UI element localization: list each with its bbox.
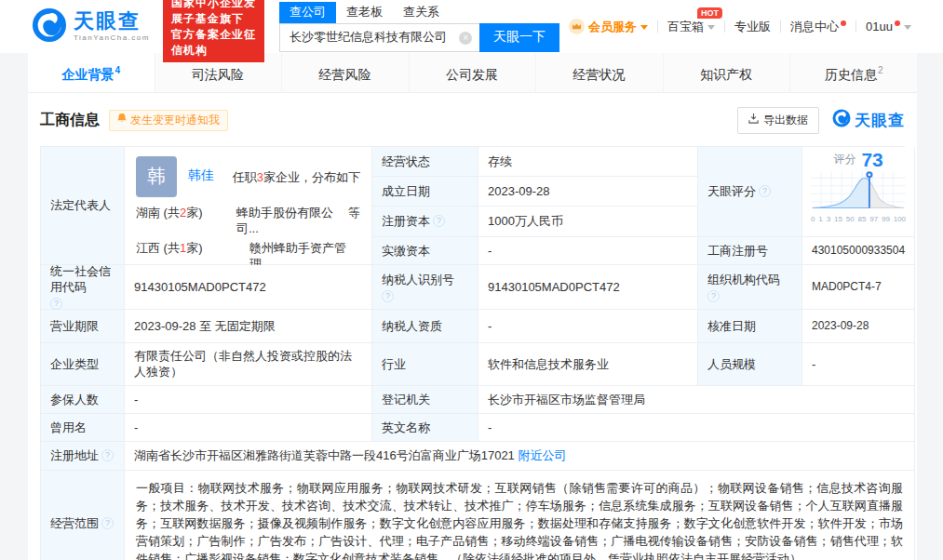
former-name-label: 曾用名 [41, 414, 125, 442]
menu-vip-services[interactable]: 会员服务 [559, 19, 657, 35]
tianyan-score-cell[interactable]: 评分 73 [802, 147, 915, 237]
approval-date-label: 核准日期 [698, 310, 802, 343]
caret-down-icon [707, 25, 715, 30]
paid-capital-label: 实缴资本 [372, 237, 478, 265]
menu-toolbox[interactable]: 百宝箱 HOT [658, 19, 724, 35]
tab-operation-risk[interactable]: 经营风险 [282, 53, 410, 92]
insured-count-value: - [125, 386, 372, 414]
staff-size-label: 人员规模 [698, 343, 802, 386]
status-value: 存续 [478, 147, 698, 177]
tab-operation-status[interactable]: 经营状况 [536, 53, 664, 92]
insured-count-label: 参保人数 [41, 386, 125, 414]
reg-capital-label: 注册资本? [372, 207, 478, 237]
credit-code-value: 91430105MAD0PCT472 [125, 265, 372, 310]
page: 天眼查 TianYanCha.com 国家中小企业发展子基金旗下 官方备案企业征… [0, 0, 943, 560]
tianyancha-logo-icon [32, 7, 67, 47]
section-header: 工商信息 发生变更时通知我 导出数据 天眼查 [28, 93, 917, 144]
reg-number-value: 430105000933504 [802, 237, 915, 265]
caret-down-icon [904, 25, 911, 30]
tab-intellectual-property[interactable]: 知识产权 [664, 53, 791, 92]
company-type-label: 企业类型 [41, 343, 125, 386]
search-tabs: 查公司 查老板 查关系 [279, 2, 559, 23]
biz-term-value: 2023-09-28 至 无固定期限 [125, 310, 372, 343]
region-company[interactable]: 蜂助手股份有限公司... [236, 205, 335, 236]
export-data-button[interactable]: 导出数据 [737, 107, 819, 134]
est-date-label: 成立日期 [372, 177, 478, 207]
company-type-value: 有限责任公司（非自然人投资或控股的法人独资） [125, 343, 372, 386]
top-menu: 会员服务 百宝箱 HOT 专业版 消息中心 01uu [559, 19, 921, 35]
score-distribution-chart [811, 168, 906, 211]
section-title: 工商信息 [40, 111, 100, 130]
score-axis-ticks: 0131550859799100 [811, 211, 906, 227]
download-icon [748, 113, 759, 127]
taxpayer-id-label: 纳税人识别号? [372, 265, 478, 310]
notification-dot [895, 20, 900, 26]
clear-icon[interactable]: × [459, 32, 472, 45]
search-tab-boss[interactable]: 查老板 [336, 2, 393, 23]
est-date-value: 2023-09-28 [478, 177, 698, 207]
search-input[interactable] [279, 23, 479, 52]
logo-domain: TianYanCha.com [74, 34, 150, 42]
reg-address-value: 湖南省长沙市开福区湘雅路街道芙蓉中路一段416号泊富商业广场17021 附近公司 [125, 442, 915, 471]
search-tab-company[interactable]: 查公司 [279, 2, 336, 23]
industry-value: 软件和信息技术服务业 [478, 343, 698, 386]
logo-text: 天眼查 [74, 11, 150, 32]
menu-pro-version[interactable]: 专业版 [725, 19, 780, 35]
score-caption: 评分 [833, 152, 855, 167]
english-name-value: - [478, 414, 915, 442]
tianyancha-logo-icon [832, 109, 851, 131]
business-scope-value: 一般项目：物联网技术服务；物联网应用服务；物联网技术研发；互联网销售（除销售需要… [125, 471, 915, 560]
menu-user-account[interactable]: 01uu [856, 20, 921, 33]
search-area: 查公司 查老板 查关系 × 天眼一下 [279, 2, 559, 52]
reg-authority-label: 登记机关 [372, 386, 478, 414]
reg-authority-value: 长沙市开福区市场监督管理局 [478, 386, 915, 414]
credit-code-label: 统一社会信用代码? [41, 265, 125, 310]
legal-rep-cell: 韩 韩佳 任职3家企业，分布如下 湖南 (共2家) 蜂助手股份有限公司... 等… [125, 147, 372, 265]
legal-rep-label: 法定代表人 [41, 147, 125, 265]
tab-judicial-risk[interactable]: 司法风险 [155, 53, 283, 92]
hot-badge: HOT [697, 7, 722, 19]
help-icon[interactable]: ? [101, 517, 114, 529]
reg-number-label: 工商注册号 [698, 237, 802, 265]
help-icon[interactable]: ? [707, 290, 720, 302]
legal-rep-name-link[interactable]: 韩佳 [188, 167, 214, 183]
industry-label: 行业 [372, 343, 478, 386]
score-value: 73 [861, 152, 882, 167]
help-icon[interactable]: ? [433, 215, 445, 227]
top-bar: 天眼查 TianYanCha.com 国家中小企业发展子基金旗下 官方备案企业征… [0, 0, 943, 53]
tianyan-score-label: 天眼评分? [698, 147, 802, 237]
org-code-label: 组织机构代码? [698, 265, 802, 310]
search-tab-relation[interactable]: 查关系 [393, 2, 450, 23]
help-icon[interactable]: ? [50, 298, 62, 310]
tab-company-development[interactable]: 公司发展 [410, 53, 537, 92]
org-code-value: MAD0PCT4-7 [802, 265, 915, 310]
tab-history-info[interactable]: 历史信息2 [790, 53, 917, 92]
help-icon[interactable]: ? [759, 185, 771, 197]
taxpayer-quality-label: 纳税人资质 [372, 310, 478, 343]
search-button[interactable]: 天眼一下 [479, 23, 559, 52]
avatar[interactable]: 韩 [136, 156, 177, 197]
help-icon[interactable]: ? [101, 449, 114, 461]
english-name-label: 英文名称 [372, 414, 478, 442]
caret-down-icon [640, 25, 648, 30]
paid-capital-value: - [478, 237, 698, 265]
reg-capital-value: 1000万人民币 [478, 207, 698, 237]
crown-icon [569, 19, 585, 34]
tab-company-background[interactable]: 企业背景4 [28, 53, 155, 92]
staff-size-value: - [802, 343, 915, 386]
bell-icon [117, 113, 127, 127]
section-brand-logo: 天眼查 [832, 109, 905, 131]
business-scope-label: 经营范围? [41, 471, 125, 560]
region-row-hunan: 湖南 (共2家) 蜂助手股份有限公司... 等 [136, 205, 360, 236]
notification-dot [841, 20, 846, 26]
change-notify-button[interactable]: 发生变更时通知我 [109, 110, 228, 131]
tianyancha-logo[interactable]: 天眼查 TianYanCha.com [32, 7, 150, 47]
taxpayer-quality-value: - [478, 310, 698, 343]
approval-date-value: 2023-09-28 [802, 310, 915, 343]
company-detail-card: 企业背景4 司法风险 经营风险 公司发展 经营状况 知识产权 历史信息2 工商信… [28, 53, 917, 560]
nearby-companies-link[interactable]: 附近公司 [518, 447, 566, 463]
biz-term-label: 营业期限 [41, 310, 125, 343]
gov-badge-line1: 国家中小企业发展子基金旗下 [171, 0, 256, 27]
help-icon[interactable]: ? [382, 290, 394, 302]
menu-message-center[interactable]: 消息中心 [781, 19, 855, 35]
